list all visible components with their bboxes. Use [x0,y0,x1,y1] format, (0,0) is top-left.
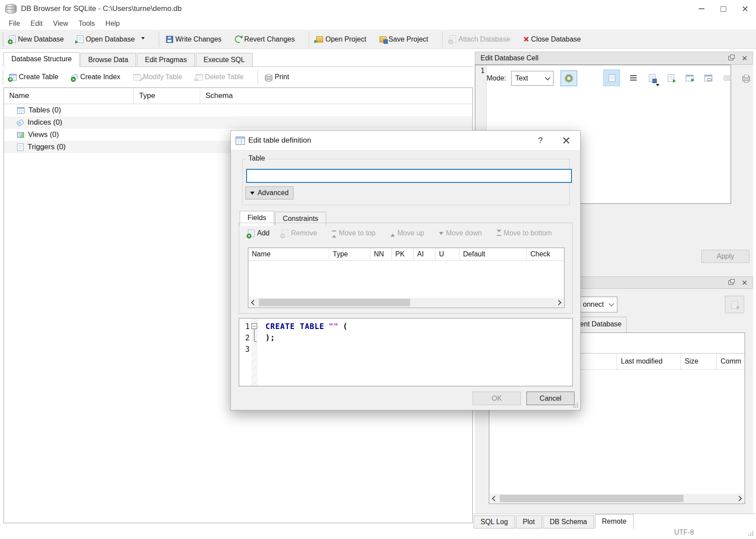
tab-current-database[interactable]: rent Database [573,317,627,332]
move-to-top-button[interactable]: Move to top [332,229,376,237]
tab-database-structure[interactable]: Database Structure [3,52,80,67]
connect-combobox[interactable]: onnect [579,297,617,312]
create-index-icon [71,73,79,80]
maximize-icon [721,6,726,12]
close-button[interactable] [734,0,756,18]
open-database-icon [77,35,84,43]
toolbar-drag-handle[interactable] [3,70,6,84]
scroll-left-arrow[interactable] [249,298,259,307]
modify-table-icon [133,74,141,80]
remote-column-last-modified[interactable]: Last modified [617,354,681,369]
create-index-button[interactable]: Create Index [71,73,120,81]
ok-button[interactable]: OK [473,392,521,405]
table-groupbox: Table Advanced [242,159,570,205]
create-table-button[interactable]: Create Table [9,73,58,81]
tab-edit-pragmas[interactable]: Edit Pragmas [137,53,195,66]
remote-column-commit[interactable]: Comm [717,354,745,369]
field-column-type[interactable]: Type [329,248,370,260]
encoding-indicator[interactable]: UTF-8 [674,528,694,536]
scrollbar-thumb[interactable] [500,495,683,502]
minimize-button[interactable] [690,0,712,18]
tree-column-schema[interactable]: Schema [200,88,472,104]
float-panel-icon[interactable] [728,280,733,285]
fields-horizontal-scrollbar[interactable] [249,298,564,307]
import-data-button[interactable] [646,70,658,86]
open-project-button[interactable]: Open Project [316,35,366,43]
advanced-button[interactable]: Advanced [245,186,293,200]
auto-switch-mode-button[interactable] [561,70,577,86]
tree-row-indices[interactable]: Indices (0) [4,116,472,129]
move-down-button[interactable]: Move down [439,229,482,237]
dialog-help-button[interactable]: ? [538,136,543,145]
field-column-pk[interactable]: PK [392,248,414,260]
remove-field-button[interactable]: Remove [282,229,317,237]
field-column-u[interactable]: U [435,248,460,260]
clone-database-button[interactable] [725,296,744,313]
tab-execute-sql[interactable]: Execute SQL [196,53,253,66]
close-database-button[interactable]: Close Database [523,35,581,43]
scroll-left-arrow[interactable] [490,494,500,503]
write-changes-button[interactable]: Write Changes [166,35,222,43]
mode-combobox[interactable]: Text [511,71,554,86]
open-project-label: Open Project [325,35,366,43]
text-mode-toggle-button[interactable] [603,70,620,86]
field-column-ai[interactable]: AI [414,248,435,260]
print-button[interactable]: Print [265,73,289,81]
tree-row-label: Views (0) [28,130,59,139]
open-as-link-button[interactable] [703,70,714,86]
move-to-bottom-button[interactable]: Move to bottom [497,229,552,237]
remote-column-size[interactable]: Size [681,354,717,369]
attach-database-button[interactable]: Attach Database [449,35,510,43]
field-column-name[interactable]: Name [248,248,329,260]
revert-changes-button[interactable]: Revert Changes [235,35,295,43]
dialog-close-icon[interactable] [563,137,570,144]
field-column-check[interactable]: Check [527,248,564,260]
open-in-external-button[interactable] [684,70,695,86]
fold-collapse-icon[interactable] [251,323,257,329]
scrollbar-thumb[interactable] [259,299,410,306]
cancel-button[interactable]: Cancel [526,392,575,405]
menu-tools[interactable]: Tools [73,18,100,29]
menu-file[interactable]: File [3,18,25,29]
fold-margin [251,318,258,386]
delete-table-button[interactable]: Delete Table [195,73,244,81]
remote-horizontal-scrollbar[interactable] [490,494,744,503]
move-up-button[interactable]: Move up [390,229,424,237]
toolbar-drag-handle[interactable] [3,33,6,46]
modify-table-button[interactable]: Modify Table [133,73,182,81]
export-data-button[interactable] [665,70,676,86]
open-database-button[interactable]: Open Database [77,35,145,43]
save-project-button[interactable]: Save Project [380,35,429,43]
tab-browse-data[interactable]: Browse Data [80,53,136,66]
field-column-default[interactable]: Default [460,248,527,260]
scroll-right-arrow[interactable] [554,298,564,307]
menu-view[interactable]: View [48,18,73,29]
new-database-button[interactable]: New Database [9,35,64,43]
modify-table-label: Modify Table [143,73,182,81]
sql-preview-editor[interactable]: 1 2 3 CREATE TABLE""( ); [239,318,573,386]
close-panel-icon[interactable] [742,56,747,60]
tree-column-type[interactable]: Type [134,88,200,104]
clone-database-icon [732,301,738,308]
window-resize-grip[interactable] [748,530,753,536]
open-database-label: Open Database [86,35,135,43]
add-field-button[interactable]: Add [248,229,269,237]
field-column-nn[interactable]: NN [370,248,392,260]
tree-row-tables[interactable]: Tables (0) [4,104,472,116]
float-panel-icon[interactable] [728,56,733,60]
set-null-button[interactable] [721,70,733,86]
open-database-dropdown-icon[interactable] [141,37,145,41]
menu-help[interactable]: Help [100,18,125,29]
menu-edit[interactable]: Edit [25,18,48,29]
apply-button[interactable]: Apply [701,250,749,263]
word-wrap-button[interactable] [627,70,639,86]
set-null-icon [724,76,731,80]
minimize-icon [699,8,704,9]
maximize-button[interactable] [712,0,734,18]
close-panel-icon[interactable] [742,280,747,285]
print-cell-button[interactable] [740,70,752,86]
tree-column-name[interactable]: Name [4,88,134,104]
move-up-label: Move up [397,229,424,237]
scroll-right-arrow[interactable] [734,494,744,503]
table-name-input[interactable] [246,169,572,183]
